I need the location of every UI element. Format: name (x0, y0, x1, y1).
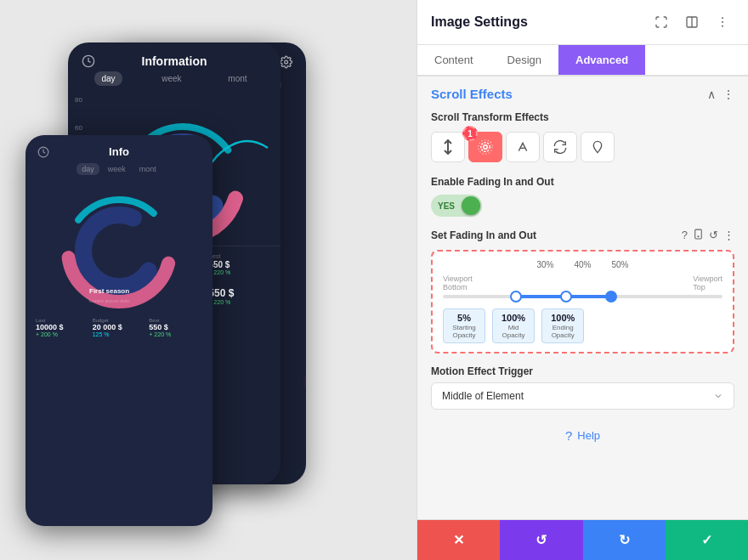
help-label: Help (577, 429, 600, 442)
slider-thumb-start[interactable] (510, 291, 522, 303)
more-icon-btn[interactable] (711, 10, 734, 34)
day-tabs: day week mont (68, 71, 280, 93)
header-icons (649, 10, 734, 34)
cancel-button[interactable]: ✕ (417, 520, 500, 560)
fading-label: Enable Fading In and Out (417, 173, 748, 193)
percent-50: 50% (612, 260, 629, 269)
effect-vertical-btn[interactable] (431, 132, 465, 162)
section-controls: ∧ ⋮ (707, 88, 734, 101)
confirm-button[interactable]: ✓ (666, 520, 748, 560)
collapse-btn[interactable]: ∧ (707, 88, 716, 101)
tab-day[interactable]: day (94, 71, 122, 86)
slider-thumb-end[interactable] (605, 291, 617, 303)
card-front-title: Info (49, 145, 189, 158)
mid-opacity-box: 100% MidOpacity (492, 308, 535, 343)
svg-point-39 (481, 143, 490, 152)
stat2-best: 550 $ + 220 % (208, 287, 270, 305)
fstat-best: Best 550 $ + 220 % (149, 318, 202, 337)
viewport-bottom-label: ViewportBottom (443, 274, 473, 291)
confirm-icon: ✓ (701, 532, 712, 548)
split-icon-btn[interactable] (680, 10, 704, 34)
tabs-row: Content Design Advanced (417, 45, 748, 76)
tab-mont[interactable]: mont (221, 71, 253, 86)
tab-week[interactable]: week (155, 71, 188, 86)
slider-track[interactable] (443, 295, 722, 298)
fading-undo-icon[interactable]: ↺ (709, 229, 718, 241)
front-stats: Last 10000 $ + 200 % Budget 20 000 $ 125… (26, 314, 212, 341)
toggle-yes-label: YES (433, 201, 455, 211)
motion-select[interactable]: Middle of Element (431, 382, 734, 410)
tab-advanced[interactable]: Advanced (558, 45, 645, 75)
front-donut: First season Lorem ipsum dolo (26, 178, 212, 314)
front-tab-week[interactable]: week (103, 163, 131, 175)
scroll-effects-header: Scroll Effects ∧ ⋮ (417, 76, 748, 108)
fading-device-icon[interactable] (693, 229, 704, 241)
section-more-btn[interactable]: ⋮ (722, 88, 734, 101)
percent-30: 30% (536, 260, 553, 269)
viewport-top-label: ViewportTop (693, 274, 722, 291)
starting-opacity-label: StartingOpacity (452, 324, 476, 339)
svg-point-1 (284, 60, 287, 64)
starting-opacity-val: 5% (452, 313, 476, 323)
mid-opacity-label: MidOpacity (502, 324, 525, 339)
svg-point-36 (722, 25, 723, 27)
tab-content[interactable]: Content (417, 45, 490, 75)
effect-skew-btn[interactable] (506, 132, 540, 162)
mid-opacity-val: 100% (502, 313, 525, 323)
front-tab-day[interactable]: day (76, 163, 99, 175)
fstat-budget: Budget 20 000 $ 125 % (93, 318, 146, 337)
svg-point-43 (698, 236, 699, 237)
card-front: Info day week mont First season Lorem ip… (26, 135, 212, 526)
fading-help-icon[interactable]: ? (682, 229, 688, 241)
step-badge-1: 1 (462, 126, 478, 141)
help-section[interactable]: ? Help (417, 415, 748, 456)
left-panel: Information first second third (0, 0, 416, 560)
card-mid-title: Information (95, 54, 253, 68)
svg-text:Lorem ipsum dolo: Lorem ipsum dolo (89, 298, 130, 303)
motion-section: Motion Effect Trigger Middle of Element (417, 357, 748, 415)
svg-point-34 (722, 17, 723, 19)
svg-point-38 (484, 145, 488, 150)
fading-row: Set Fading In and Out ? ↺ ⋮ (417, 225, 748, 246)
fstat-last: Last 10000 $ + 200 % (36, 318, 89, 337)
settings-content: Scroll Effects ∧ ⋮ Scroll Transform Effe… (417, 76, 748, 519)
percent-40: 40% (574, 260, 591, 269)
undo-icon: ↺ (536, 532, 547, 548)
tab-design[interactable]: Design (490, 45, 558, 75)
svg-point-35 (722, 21, 723, 23)
settings-title: Image Settings (431, 14, 528, 30)
cancel-icon: ✕ (453, 532, 464, 548)
percent-row: 30% 40% 50% (443, 260, 722, 269)
fading-icons: ? ↺ ⋮ (682, 229, 734, 241)
slider-section: 30% 40% 50% ViewportBottom ViewportTop (431, 250, 734, 354)
starting-opacity-box: 5% StartingOpacity (443, 308, 485, 343)
effect-rotate-btn[interactable] (543, 132, 577, 162)
motion-select-value: Middle of Element (442, 390, 524, 402)
set-fading-label: Set Fading In and Out (431, 229, 675, 241)
slider-thumb-mid[interactable] (560, 291, 572, 303)
viewport-labels: ViewportBottom ViewportTop (443, 274, 722, 291)
redo-button[interactable]: ↻ (583, 520, 666, 560)
help-icon: ? (565, 428, 572, 443)
svg-text:First season: First season (89, 287, 129, 295)
fading-toggle[interactable]: YES (431, 195, 482, 217)
scroll-effects-title: Scroll Effects (431, 87, 513, 101)
main-container: Information first second third (0, 0, 748, 560)
undo-button[interactable]: ↺ (500, 520, 582, 560)
svg-point-29 (83, 215, 155, 286)
settings-header: Image Settings (417, 0, 748, 45)
resize-icon-btn[interactable] (649, 10, 673, 34)
stat-best: Best 550 $ + 220 % (208, 253, 270, 275)
effect-opacity-btn[interactable] (581, 132, 615, 162)
fading-more-icon[interactable]: ⋮ (723, 229, 734, 241)
effects-row: 1 (417, 128, 748, 173)
bottom-bar: ✕ ↺ ↻ ✓ (417, 519, 748, 560)
motion-label: Motion Effect Trigger (431, 365, 734, 377)
effect-blur-btn[interactable]: 1 (468, 132, 502, 162)
toggle-row: YES (417, 193, 748, 225)
ending-opacity-val: 100% (551, 313, 575, 323)
ending-opacity-label: EndingOpacity (551, 324, 575, 339)
front-tab-mont[interactable]: mont (134, 163, 162, 175)
transform-label: Scroll Transform Effects (417, 108, 748, 128)
card-front-header: Info (26, 135, 212, 161)
